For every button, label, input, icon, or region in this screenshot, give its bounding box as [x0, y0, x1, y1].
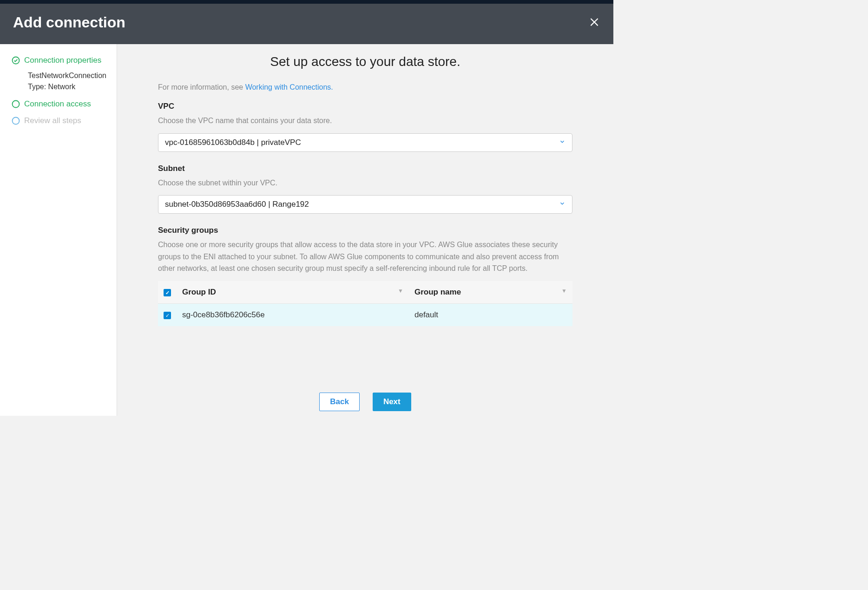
col-group-id-label: Group ID — [182, 288, 216, 296]
top-strip — [0, 0, 613, 4]
chevron-down-icon — [559, 138, 566, 147]
connection-type-value: Type: Network — [28, 81, 108, 92]
step-label: Connection access — [24, 99, 91, 109]
vpc-hint: Choose the VPC name that contains your d… — [158, 115, 572, 127]
row-group-name: default — [409, 303, 572, 326]
circle-open-icon — [11, 116, 20, 125]
vpc-value: vpc-01685961063b0d84b | privateVPC — [165, 138, 301, 147]
body: Connection properties TestNetworkConnect… — [0, 44, 613, 416]
modal-title: Add connection — [13, 14, 125, 31]
chevron-down-icon — [559, 200, 566, 209]
table-header-row: ✓ Group ID ▼ Group name ▼ — [158, 281, 572, 304]
circle-open-icon — [11, 99, 20, 109]
step-details: TestNetworkConnection Type: Network — [28, 70, 108, 92]
form-area: For more information, see Working with C… — [158, 83, 572, 379]
step-label: Connection properties — [24, 55, 101, 66]
modal-header: Add connection — [0, 4, 613, 44]
vpc-select[interactable]: vpc-01685961063b0d84b | privateVPC — [158, 133, 572, 152]
info-link[interactable]: Working with Connections. — [245, 83, 333, 91]
main-content: Set up access to your data store. For mo… — [117, 44, 613, 416]
wizard-footer: Back Next — [136, 379, 595, 416]
table-row[interactable]: ✓ sg-0ce8b36fb6206c56e default — [158, 303, 572, 326]
info-line: For more information, see Working with C… — [158, 83, 572, 92]
next-button[interactable]: Next — [373, 393, 411, 411]
connection-name-value: TestNetworkConnection — [28, 70, 108, 81]
close-icon[interactable] — [588, 14, 600, 31]
check-circle-icon — [11, 56, 20, 65]
subnet-label: Subnet — [158, 164, 572, 173]
page-title: Set up access to your data store. — [136, 54, 595, 69]
select-all-checkbox[interactable]: ✓ — [164, 289, 171, 296]
subnet-select[interactable]: subnet-0b350d86953aa6d60 | Range192 — [158, 195, 572, 214]
step-review[interactable]: Review all steps — [11, 116, 108, 126]
security-groups-table: ✓ Group ID ▼ Group name ▼ — [158, 281, 572, 326]
svg-point-1 — [13, 101, 20, 108]
col-group-name-label: Group name — [414, 288, 461, 296]
step-connection-access[interactable]: Connection access — [11, 99, 108, 109]
select-all-cell: ✓ — [158, 281, 177, 304]
row-checkbox-cell: ✓ — [158, 303, 177, 326]
sg-hint: Choose one or more security groups that … — [158, 239, 572, 275]
vpc-label: VPC — [158, 102, 572, 111]
info-prefix: For more information, see — [158, 83, 245, 91]
sort-icon: ▼ — [561, 288, 567, 294]
col-group-id[interactable]: Group ID ▼ — [177, 281, 409, 304]
row-checkbox[interactable]: ✓ — [164, 312, 171, 319]
svg-point-2 — [13, 118, 20, 125]
subnet-value: subnet-0b350d86953aa6d60 | Range192 — [165, 200, 309, 209]
step-connection-properties[interactable]: Connection properties — [11, 55, 108, 66]
col-group-name[interactable]: Group name ▼ — [409, 281, 572, 304]
sg-label: Security groups — [158, 226, 572, 235]
row-group-id: sg-0ce8b36fb6206c56e — [177, 303, 409, 326]
back-button[interactable]: Back — [319, 393, 360, 411]
step-label: Review all steps — [24, 116, 81, 126]
sort-icon: ▼ — [398, 288, 403, 294]
wizard-sidebar: Connection properties TestNetworkConnect… — [0, 44, 117, 416]
subnet-hint: Choose the subnet within your VPC. — [158, 177, 572, 189]
